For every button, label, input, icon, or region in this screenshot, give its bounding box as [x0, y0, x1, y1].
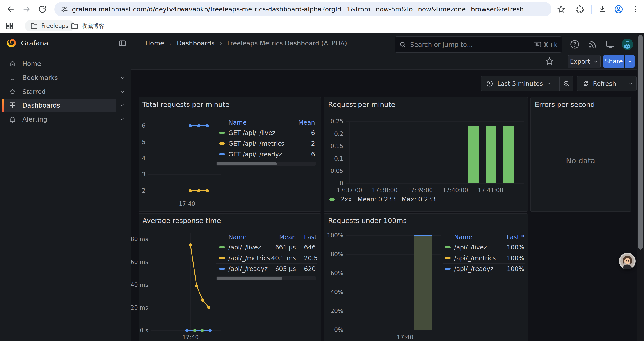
sidebar-item-starred[interactable]: Starred	[0, 85, 131, 99]
url-bar[interactable]	[54, 2, 552, 17]
legend-series-label[interactable]: 2xx	[341, 196, 352, 203]
series-mean: 6	[311, 129, 315, 137]
star-icon	[9, 88, 16, 96]
legend-row[interactable]: /api/_/metrics 40.1 ms 20.5 ms	[216, 253, 317, 263]
apps-grid-icon[interactable]	[5, 22, 14, 30]
chevron-down-icon[interactable]	[120, 117, 125, 122]
sidebar-item-label: Alerting	[22, 116, 47, 123]
menu-kebab-icon[interactable]	[631, 5, 640, 14]
sidebar-item-label: Starred	[22, 88, 46, 96]
series-name[interactable]: GET /api/_/readyz	[228, 151, 282, 158]
mean-column-header[interactable]: Mean	[270, 233, 296, 241]
legend-row[interactable]: GET /api/_/readyz 6	[216, 149, 317, 160]
sidebar-item-dashboards[interactable]: Dashboards	[0, 99, 131, 112]
export-button[interactable]: Export	[568, 55, 600, 68]
name-column-header[interactable]: Name	[454, 233, 472, 241]
legend-table-header: Name Last *	[443, 233, 525, 242]
downloads-icon[interactable]	[598, 5, 607, 14]
rss-news-icon[interactable]	[587, 39, 598, 50]
chevron-down-icon	[628, 81, 633, 86]
y-tick: 60 ms	[126, 258, 148, 265]
grafana-brand[interactable]: Grafana	[21, 39, 48, 47]
bookmark-star-icon[interactable]	[557, 5, 566, 14]
bookmark-folder-blogs[interactable]: 收藏博客	[70, 21, 104, 31]
sidebar-item-label: Dashboards	[22, 102, 60, 109]
series-name[interactable]: /api/_/metrics	[228, 254, 270, 262]
series-name[interactable]: /api/_/readyz	[228, 265, 268, 272]
grafana-logo-icon[interactable]	[6, 38, 17, 48]
breadcrumb-dashboards[interactable]: Dashboards	[177, 40, 214, 47]
y-tick: 80%	[321, 251, 343, 258]
site-settings-icon[interactable]	[60, 5, 68, 13]
series-name[interactable]: /api/_/metrics	[454, 254, 496, 262]
zoom-out-button[interactable]	[560, 76, 573, 91]
sidebar-item-bookmarks[interactable]: Bookmarks	[0, 71, 131, 85]
series-last: 100%	[507, 265, 524, 272]
panel-title[interactable]: Errors per second	[535, 101, 595, 108]
monitor-icon[interactable]	[605, 39, 616, 50]
legend-row[interactable]: /api/_/metrics 100%	[443, 253, 525, 263]
legend-row[interactable]: /api/_/readyz 605 µs 620 µs	[216, 263, 317, 274]
series-mean: 6	[311, 151, 315, 158]
assistant-avatar[interactable]	[619, 253, 636, 269]
legend-row[interactable]: /api/_/readyz 100%	[443, 263, 525, 274]
panel-title[interactable]: Request per minute	[328, 101, 395, 108]
name-column-header[interactable]: Name	[228, 119, 246, 126]
bookmark-folder-freeleaps[interactable]: Freeleaps	[26, 21, 73, 31]
series-color-pill	[219, 132, 225, 134]
chevron-down-icon	[546, 81, 552, 86]
series-color-pill	[219, 142, 225, 145]
back-icon[interactable]	[6, 5, 15, 14]
extensions-icon[interactable]	[576, 5, 584, 14]
sidebar-item-label: Bookmarks	[22, 74, 58, 81]
y-tick: 2	[124, 187, 146, 194]
last-column-header[interactable]: Last *	[304, 233, 317, 241]
help-icon[interactable]	[570, 39, 580, 50]
panel-title[interactable]: Average response time	[142, 217, 221, 224]
panel-title[interactable]: Total requests per minute	[142, 101, 230, 108]
user-avatar[interactable]	[622, 39, 633, 50]
share-button[interactable]: Share	[603, 55, 624, 68]
table-scrollbar-thumb[interactable]	[216, 162, 277, 165]
legend-row[interactable]: GET /api/_/livez 6	[216, 128, 317, 138]
breadcrumb-home[interactable]: Home	[145, 40, 164, 47]
mean-column-header[interactable]: Mean	[298, 119, 315, 126]
series-name[interactable]: /api/_/livez	[228, 244, 261, 251]
legend-row[interactable]: GET /api/_/metrics 2	[216, 138, 317, 149]
series-name[interactable]: /api/_/livez	[454, 244, 487, 251]
share-caret-button[interactable]	[625, 55, 634, 68]
panel-title[interactable]: Requests under 100ms	[328, 217, 406, 224]
bell-icon	[9, 116, 16, 123]
series-name[interactable]: GET /api/_/metrics	[228, 140, 284, 147]
name-column-header[interactable]: Name	[228, 233, 246, 241]
collapse-sidebar-icon[interactable]	[118, 39, 127, 47]
series-name[interactable]: GET /api/_/livez	[228, 129, 275, 137]
search-box[interactable]: ⌘+k	[394, 37, 562, 53]
search-input[interactable]	[410, 41, 534, 49]
sidebar-item-home[interactable]: Home	[0, 57, 131, 71]
chevron-down-icon[interactable]	[120, 103, 125, 108]
last-column-header[interactable]: Last *	[506, 233, 524, 241]
favorite-star-icon[interactable]	[545, 57, 554, 66]
page-scrollbar-thumb[interactable]	[638, 35, 643, 250]
forward-icon[interactable]	[22, 5, 31, 14]
chevron-down-icon[interactable]	[120, 89, 125, 95]
legend-row[interactable]: /api/_/livez 661 µs 646 µs	[216, 242, 317, 253]
reload-icon[interactable]	[38, 5, 47, 14]
dashboards-grid-icon	[9, 102, 16, 109]
time-range-picker[interactable]: Last 5 minutes	[481, 76, 560, 91]
legend-row[interactable]: /api/_/livez 100%	[443, 242, 525, 253]
breadcrumb-current: Freeleaps Metrics Dashboard (ALPHA)	[227, 40, 347, 47]
sidebar-item-alerting[interactable]: Alerting	[0, 113, 131, 126]
series-last: 100%	[507, 254, 524, 262]
breadcrumb: Home › Dashboards › Freeleaps Metrics Da…	[145, 40, 347, 47]
profile-icon[interactable]	[614, 5, 624, 14]
refresh-button[interactable]: Refresh	[577, 76, 625, 91]
y-tick: 3	[124, 171, 146, 178]
chevron-down-icon[interactable]	[120, 75, 125, 81]
series-name[interactable]: /api/_/readyz	[454, 265, 494, 272]
url-input[interactable]	[72, 5, 528, 13]
refresh-interval-caret[interactable]	[625, 76, 636, 91]
table-scrollbar-thumb[interactable]	[216, 277, 282, 280]
legend-2xx[interactable]: 2xx Mean: 0.233 Max: 0.233	[329, 196, 436, 203]
